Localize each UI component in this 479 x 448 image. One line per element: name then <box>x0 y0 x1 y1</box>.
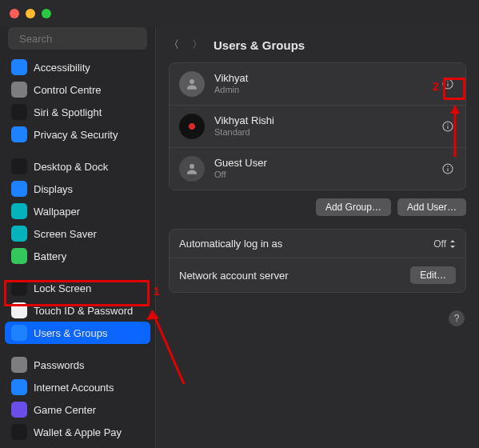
help-row: ? <box>169 306 466 331</box>
sidebar-list: AccessibilityControl CentreSiri & Spotli… <box>0 56 155 448</box>
sidebar-icon <box>11 82 27 98</box>
sidebar-icon <box>11 248 27 264</box>
auto-login-row[interactable]: Automatically log in as Off <box>170 230 465 258</box>
forward-button: 〉 <box>192 38 202 52</box>
sidebar-item-wallpaper[interactable]: Wallpaper <box>5 200 150 222</box>
sidebar-item-label: Privacy & Security <box>34 129 118 141</box>
user-name: Guest User <box>214 157 430 170</box>
sidebar-icon <box>11 226 27 242</box>
user-info: Guest UserOff <box>214 157 430 181</box>
zoom-icon[interactable] <box>42 9 51 18</box>
user-role: Off <box>214 170 430 181</box>
sidebar-item-label: Lock Screen <box>34 282 91 294</box>
user-name: Vikhyat Rishi <box>214 114 430 127</box>
sidebar-item-siri-spotlight[interactable]: Siri & Spotlight <box>5 101 150 123</box>
sidebar-icon <box>11 59 27 75</box>
auto-login-label: Automatically log in as <box>179 238 282 250</box>
info-icon[interactable] <box>440 161 456 177</box>
login-settings-card: Automatically log in as Off Network acco… <box>169 229 466 293</box>
svg-point-9 <box>190 164 194 169</box>
svg-point-2 <box>190 79 194 84</box>
sidebar-item-label: Siri & Spotlight <box>34 106 102 118</box>
edit-button[interactable]: Edit… <box>410 266 456 284</box>
user-row: Guest UserOff <box>170 148 465 190</box>
user-info: Vikhyat RishiStandard <box>214 114 430 138</box>
search-box[interactable] <box>8 27 147 50</box>
sidebar-icon <box>11 379 27 395</box>
sidebar-item-label: Battery <box>34 250 66 262</box>
info-icon[interactable] <box>440 118 456 134</box>
sidebar-item-touch-id-password[interactable]: Touch ID & Password <box>5 299 150 322</box>
header: 〈 〉 Users & Groups <box>169 27 466 62</box>
back-button[interactable]: 〈 <box>169 38 179 52</box>
user-row: Vikhyat RishiStandard <box>170 106 465 148</box>
sidebar-item-game-center[interactable]: Game Center <box>5 398 150 421</box>
nav-arrows: 〈 〉 <box>169 38 202 52</box>
sidebar-item-label: Touch ID & Password <box>34 305 133 317</box>
sidebar-icon <box>11 181 27 197</box>
minimize-icon[interactable] <box>26 9 35 18</box>
sidebar: AccessibilityControl CentreSiri & Spotli… <box>0 27 156 448</box>
auto-login-value: Off <box>433 238 446 250</box>
sidebar-item-label: Control Centre <box>34 84 102 96</box>
network-account-label: Network account server <box>179 270 289 282</box>
user-name: Vikhyat <box>214 72 430 85</box>
sidebar-item-label: Wallpaper <box>34 206 80 218</box>
sidebar-item-desktop-dock[interactable]: Desktop & Dock <box>5 155 150 178</box>
sidebar-item-label: Game Center <box>34 404 96 416</box>
main-panel: 〈 〉 Users & Groups VikhyatAdminVikhyat R… <box>156 27 479 448</box>
sidebar-icon <box>11 280 27 296</box>
user-row: VikhyatAdmin <box>170 63 465 106</box>
sidebar-icon <box>11 402 27 418</box>
sidebar-item-label: Screen Saver <box>34 228 97 240</box>
auto-login-popup[interactable]: Off <box>433 238 456 250</box>
user-role: Admin <box>214 85 430 96</box>
svg-point-12 <box>447 166 448 166</box>
sidebar-icon <box>11 325 27 341</box>
sidebar-item-label: Accessibility <box>34 62 90 74</box>
avatar <box>179 114 205 139</box>
sidebar-item-screen-saver[interactable]: Screen Saver <box>5 222 150 245</box>
search-input[interactable] <box>19 33 154 45</box>
titlebar <box>0 0 479 27</box>
sidebar-item-accessibility[interactable]: Accessibility <box>5 56 150 78</box>
window-controls <box>10 9 51 18</box>
sidebar-icon <box>11 424 27 440</box>
sidebar-item-label: Wallet & Apple Pay <box>34 426 122 438</box>
avatar <box>179 71 205 97</box>
close-icon[interactable] <box>10 9 19 18</box>
add-user-button[interactable]: Add User… <box>397 198 466 216</box>
svg-point-5 <box>447 81 448 82</box>
sidebar-item-control-centre[interactable]: Control Centre <box>5 78 150 101</box>
user-info: VikhyatAdmin <box>214 72 430 96</box>
network-account-row: Network account server Edit… <box>170 258 465 292</box>
footer-buttons: Add Group… Add User… <box>169 198 466 216</box>
help-button[interactable]: ? <box>449 310 465 326</box>
sidebar-item-privacy-security[interactable]: Privacy & Security <box>5 123 150 146</box>
sidebar-item-internet-accounts[interactable]: Internet Accounts <box>5 376 150 398</box>
updown-chevron-icon <box>449 240 456 248</box>
sidebar-item-label: Displays <box>34 183 73 195</box>
sidebar-item-users-groups[interactable]: Users & Groups <box>5 322 150 344</box>
sidebar-icon <box>11 302 27 318</box>
sidebar-icon <box>11 203 27 219</box>
sidebar-item-label: Users & Groups <box>34 327 107 339</box>
sidebar-item-passwords[interactable]: Passwords <box>5 354 150 376</box>
sidebar-icon <box>11 357 27 373</box>
info-icon[interactable] <box>440 76 456 92</box>
sidebar-item-lock-screen[interactable]: Lock Screen <box>5 277 150 299</box>
sidebar-item-label: Desktop & Dock <box>34 161 108 173</box>
svg-point-8 <box>447 123 448 124</box>
sidebar-item-label: Passwords <box>34 359 85 371</box>
add-group-button[interactable]: Add Group… <box>316 198 391 216</box>
sidebar-icon <box>11 126 27 142</box>
sidebar-item-wallet-apple-pay[interactable]: Wallet & Apple Pay <box>5 421 150 443</box>
sidebar-icon <box>11 104 27 120</box>
page-title: Users & Groups <box>214 38 305 52</box>
sidebar-item-battery[interactable]: Battery <box>5 245 150 267</box>
sidebar-icon <box>11 158 27 174</box>
users-card: VikhyatAdminVikhyat RishiStandardGuest U… <box>169 62 466 190</box>
sidebar-item-label: Internet Accounts <box>34 382 114 394</box>
sidebar-item-displays[interactable]: Displays <box>5 178 150 200</box>
user-role: Standard <box>214 127 430 138</box>
